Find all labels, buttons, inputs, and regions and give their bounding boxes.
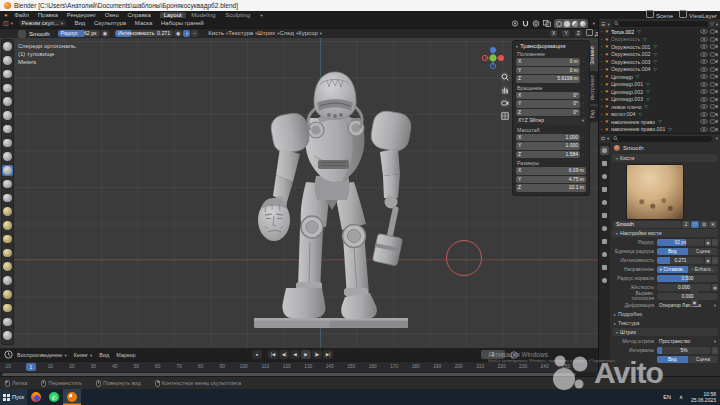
transform-panel-title[interactable]: ▾Трансформация	[516, 43, 586, 49]
menu-edit[interactable]: Правка	[38, 12, 58, 18]
outliner-item[interactable]: • ▼ Окружность.004 ▽	[599, 66, 720, 74]
workspace-add-button[interactable]: +	[256, 12, 268, 18]
brush-tool-slide-relax[interactable]	[2, 303, 13, 314]
shading-wireframe-icon[interactable]	[555, 20, 563, 28]
editor-type-icon[interactable]: ◫▾	[3, 20, 13, 26]
brush-tool-clay[interactable]	[2, 69, 13, 80]
brush-thumbnail[interactable]	[18, 30, 26, 38]
menu-playback[interactable]: Воспроизведение▾	[17, 352, 67, 358]
decorator-icon[interactable]: ◦	[580, 59, 586, 64]
mirror-x-button[interactable]: X	[550, 30, 557, 37]
jump-to-end-button[interactable]: ▶|	[323, 350, 333, 359]
brush-tool-multiplane-scrape[interactable]	[2, 206, 13, 217]
shading-rendered-icon[interactable]	[579, 20, 587, 28]
disable-render-camera-icon[interactable]	[710, 89, 718, 94]
properties-tab-world[interactable]	[600, 211, 609, 220]
hide-eye-icon[interactable]	[700, 104, 708, 109]
deformation-dropdown[interactable]: Оператор Лапласа▾	[657, 302, 718, 309]
outliner-item[interactable]: • ▼ молот.004 ▽	[599, 111, 720, 119]
play-button[interactable]: ▶	[301, 350, 311, 359]
taskbar-blender-icon[interactable]	[63, 389, 81, 405]
hide-eye-icon[interactable]	[700, 74, 708, 79]
tab-tool[interactable]: Инструмент	[590, 71, 598, 104]
section-texture-collapsed[interactable]: ▸Текстура	[612, 319, 718, 327]
brush-tool-crease[interactable]	[2, 151, 13, 162]
brush-tool-draw-sharp[interactable]	[2, 55, 13, 66]
ortho-grid-icon[interactable]	[500, 111, 510, 121]
outliner-item[interactable]: • ▼ Цилиндр.002 ▽	[599, 88, 720, 96]
tray-expand-caret[interactable]: ∧	[679, 394, 683, 400]
scale-z-field[interactable]: Z1.584	[516, 151, 580, 159]
fake-user-shield-icon[interactable]: 🛡	[691, 221, 699, 228]
scale-y-field[interactable]: Y1.000	[516, 142, 580, 150]
menu-help[interactable]: Справка	[127, 12, 151, 18]
outliner-item[interactable]: • ▼ наколенник право.001 ▽	[599, 126, 720, 134]
decorator-icon[interactable]: ◦	[580, 110, 586, 115]
dimensions-x-field[interactable]: X6.09 m	[516, 167, 586, 175]
user-count-button[interactable]: 2	[682, 221, 690, 228]
outliner-item[interactable]: • ▼ левое плечо ▽	[599, 103, 720, 111]
next-keyframe-button[interactable]: |▶	[312, 350, 322, 359]
outliner-item[interactable]: • ▼ Цилиндр ▽	[599, 73, 720, 81]
shading-solid-icon[interactable]	[563, 20, 571, 28]
hide-eye-icon[interactable]	[700, 29, 708, 34]
brush-tool-nudge[interactable]	[2, 275, 13, 286]
brush-tool-draw[interactable]	[2, 41, 13, 52]
brush-tool-snake-hook[interactable]	[2, 234, 13, 245]
proportional-editing-icon[interactable]	[532, 20, 540, 27]
brush-tool-layer[interactable]	[2, 110, 13, 121]
disable-render-camera-icon[interactable]	[710, 29, 718, 34]
normal-radius-slider[interactable]: 0.500	[657, 275, 718, 282]
spacing-slider[interactable]: 5%	[657, 347, 711, 354]
section-advanced-collapsed[interactable]: ▸Подробно	[612, 310, 718, 318]
disable-render-camera-icon[interactable]	[710, 127, 718, 132]
location-y-field[interactable]: Y0 m	[516, 67, 580, 75]
taskbar-whatsapp-icon[interactable]: ✆	[45, 389, 63, 405]
rotation-x-field[interactable]: X0°	[516, 92, 580, 100]
hardness-slider[interactable]: 0.000	[657, 284, 711, 291]
strength-extra-icon[interactable]: +	[183, 30, 190, 37]
outliner-filter-icon[interactable]: ▽▾	[710, 21, 718, 27]
menu-file[interactable]: Файл	[14, 12, 29, 18]
workspace-tab-layout[interactable]: Layout	[160, 12, 186, 18]
decorator-icon[interactable]: ◦	[580, 76, 586, 81]
taskbar-firefox-icon[interactable]	[27, 389, 45, 405]
preview-image-icon[interactable]: ▣	[691, 299, 698, 306]
brush-tool-pose[interactable]	[2, 261, 13, 272]
strength-pressure-icon[interactable]: ◉	[705, 257, 711, 264]
brush-tool-flatten[interactable]	[2, 179, 13, 190]
decorator-icon[interactable]: ◦	[580, 93, 586, 98]
brush-tool-boundary[interactable]	[2, 316, 13, 327]
brush-preview-image[interactable]	[626, 164, 684, 220]
menu-view[interactable]: Вид	[74, 20, 85, 26]
hide-eye-icon[interactable]	[700, 89, 708, 94]
decorator-icon[interactable]: ◦	[580, 101, 586, 106]
outliner-item[interactable]: • ▼ Окружность.002 ▽	[599, 51, 720, 59]
jump-to-start-button[interactable]: |◀	[268, 350, 278, 359]
menu-marker[interactable]: Маркер	[116, 352, 135, 358]
menu-window[interactable]: Окно	[105, 12, 119, 18]
location-z-field[interactable]: Z5.6198 m	[516, 75, 580, 83]
workspace-tab-sculpting[interactable]: Sculpting	[221, 12, 254, 18]
navigation-gizmo[interactable]	[481, 46, 505, 70]
section-stroke[interactable]: ▾Штрих	[612, 328, 718, 336]
brush-tool-smooth[interactable]	[2, 165, 13, 176]
auto-keying-clock-icon[interactable]	[510, 351, 518, 359]
language-indicator[interactable]: EN	[663, 394, 671, 400]
disable-render-camera-icon[interactable]	[710, 59, 718, 64]
strength-anim-icon[interactable]: ◦	[712, 257, 718, 264]
menu-tl-view[interactable]: Вид	[99, 352, 109, 358]
brush-name-field[interactable]: Smooth	[613, 221, 681, 228]
location-x-field[interactable]: X0 m	[516, 58, 580, 66]
snap-magnet-icon[interactable]	[522, 20, 529, 27]
menu-sculpt[interactable]: Скульптура	[94, 20, 126, 26]
spacing-anim-icon[interactable]: ◦	[712, 347, 718, 354]
brush-tool-thumb[interactable]	[2, 247, 13, 258]
disable-render-camera-icon[interactable]	[710, 67, 718, 72]
auto-smooth-slider[interactable]: 0.000	[657, 293, 718, 300]
outliner-search-input[interactable]	[612, 21, 708, 27]
hide-eye-icon[interactable]	[700, 112, 708, 117]
radius-anim-icon[interactable]: ◦	[712, 239, 718, 246]
decorator-icon[interactable]: ◦	[580, 135, 586, 140]
current-frame-field[interactable]: 1	[481, 350, 505, 359]
